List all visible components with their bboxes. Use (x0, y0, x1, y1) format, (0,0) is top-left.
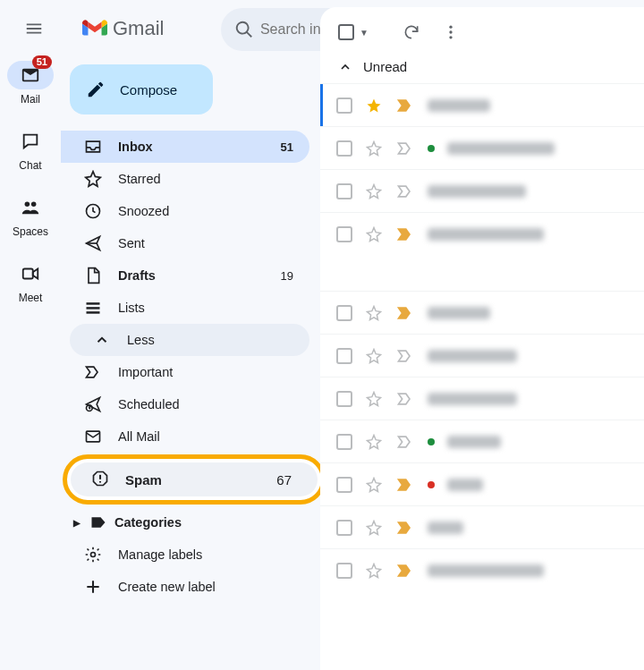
nav-manage-label: Manage labels (118, 547, 309, 562)
spaces-icon (21, 198, 40, 217)
svg-point-11 (449, 26, 452, 29)
nav-spam[interactable]: Spam 67 (64, 460, 309, 499)
more-button[interactable] (433, 23, 469, 41)
compose-button[interactable]: Compose (70, 64, 213, 114)
clock-icon (84, 202, 102, 220)
nav-manage-labels[interactable]: Manage labels (61, 539, 309, 571)
nav-inbox-label: Inbox (118, 140, 265, 154)
nav-drafts-count: 19 (281, 269, 309, 283)
row-importance[interactable] (395, 433, 415, 451)
chevron-up-icon (338, 60, 352, 74)
mail-row[interactable] (320, 212, 644, 255)
nav-starred[interactable]: Starred (61, 163, 309, 195)
mail-row[interactable] (320, 462, 644, 505)
nav-categories-label: Categories (114, 515, 309, 530)
row-star[interactable] (365, 434, 383, 450)
send-icon (84, 234, 102, 252)
row-sender-redacted (428, 99, 490, 112)
select-all-checkbox[interactable] (338, 24, 354, 40)
mail-row[interactable] (320, 83, 644, 126)
row-star[interactable] (365, 477, 383, 493)
row-star[interactable] (365, 226, 383, 242)
nav-inbox[interactable]: Inbox 51 (61, 131, 309, 163)
hamburger-icon (24, 19, 44, 38)
mail-row[interactable] (320, 548, 644, 591)
nav-allmail-label: All Mail (118, 429, 309, 444)
nav-allmail[interactable]: All Mail (61, 420, 309, 453)
row-star[interactable] (365, 520, 383, 536)
row-checkbox[interactable] (336, 183, 352, 199)
row-star[interactable] (365, 305, 383, 321)
nav-create-label[interactable]: Create new label (61, 571, 309, 603)
refresh-button[interactable] (394, 23, 429, 41)
mail-row[interactable] (320, 505, 644, 548)
plus-icon (84, 578, 102, 596)
row-sender-redacted (428, 564, 544, 577)
main-menu-button[interactable] (13, 7, 55, 50)
sidebar: Compose Inbox 51 Starred Snoozed Sent (61, 57, 320, 670)
row-category-dot (428, 438, 435, 445)
row-checkbox[interactable] (336, 140, 352, 157)
search-icon[interactable] (228, 12, 259, 47)
row-star[interactable] (365, 563, 383, 579)
nav-drafts[interactable]: Drafts 19 (61, 259, 309, 292)
row-checkbox[interactable] (336, 305, 352, 321)
gear-icon (84, 546, 102, 564)
row-star[interactable] (365, 391, 383, 407)
row-importance[interactable] (395, 347, 415, 365)
row-checkbox[interactable] (336, 98, 352, 114)
compose-icon (86, 80, 106, 99)
rail-item-mail[interactable]: 51 Mail (5, 61, 55, 106)
row-star[interactable] (365, 183, 383, 199)
row-checkbox[interactable] (336, 391, 352, 407)
row-importance[interactable] (395, 140, 415, 157)
row-checkbox[interactable] (336, 226, 352, 242)
row-checkbox[interactable] (336, 563, 352, 579)
row-star[interactable] (365, 348, 383, 364)
rail-item-chat[interactable]: Chat (5, 127, 55, 172)
row-importance[interactable] (395, 304, 415, 322)
row-star[interactable] (365, 140, 383, 157)
row-importance[interactable] (395, 562, 415, 580)
select-all-dropdown[interactable]: ▼ (360, 28, 369, 38)
mail-row[interactable] (320, 420, 644, 462)
nav-categories[interactable]: ▶ Categories (61, 506, 309, 539)
chat-icon (21, 131, 40, 151)
svg-rect-4 (87, 302, 100, 305)
nav-scheduled[interactable]: Scheduled (61, 388, 309, 420)
section-unread[interactable]: Unread (320, 54, 644, 83)
rail-item-meet[interactable]: Meet (5, 259, 55, 304)
nav-snoozed[interactable]: Snoozed (61, 195, 309, 227)
mail-row[interactable] (320, 377, 644, 420)
important-icon (84, 363, 102, 381)
mail-row[interactable] (320, 126, 644, 169)
mail-row[interactable] (320, 334, 644, 377)
row-importance[interactable] (395, 182, 415, 200)
nav-lists[interactable]: Lists (61, 292, 309, 324)
spam-icon (91, 470, 109, 490)
row-checkbox[interactable] (336, 520, 352, 536)
row-sender-redacted (447, 436, 501, 448)
row-importance[interactable] (395, 97, 415, 114)
expand-caret-icon: ▶ (72, 518, 82, 528)
mail-row[interactable] (320, 169, 644, 212)
nav-important[interactable]: Important (61, 356, 309, 388)
row-checkbox[interactable] (336, 477, 352, 493)
rail-item-spaces[interactable]: Spaces (5, 193, 55, 238)
row-sender-redacted (447, 142, 555, 155)
row-checkbox[interactable] (336, 434, 352, 450)
row-star[interactable] (365, 98, 383, 114)
rail-label-spaces: Spaces (13, 225, 48, 238)
row-importance[interactable] (395, 225, 415, 243)
nav-less-label: Less (127, 333, 309, 347)
svg-rect-5 (87, 307, 100, 310)
row-importance[interactable] (395, 519, 415, 537)
nav-less[interactable]: Less (70, 324, 309, 356)
row-checkbox[interactable] (336, 348, 352, 364)
row-importance[interactable] (395, 476, 415, 494)
nav-sent[interactable]: Sent (61, 227, 309, 259)
row-category-dot (428, 145, 435, 152)
app-rail: 51 Mail Chat Spaces Meet (0, 57, 61, 670)
row-importance[interactable] (395, 390, 415, 408)
mail-row[interactable] (320, 291, 644, 334)
